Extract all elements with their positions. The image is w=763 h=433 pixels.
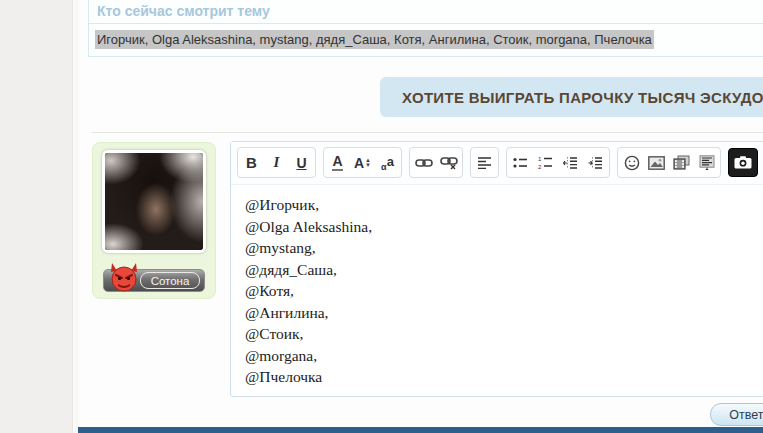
member-group-label: Сотона — [140, 272, 200, 289]
editor-line: @Котя, — [245, 280, 760, 302]
camera-button[interactable] — [728, 148, 758, 177]
toolbar-group-font: A A▲▼ αa — [323, 147, 402, 178]
reply-button[interactable]: Ответить — [710, 403, 763, 426]
emoticon-button[interactable] — [619, 149, 644, 176]
underline-button[interactable]: U — [289, 149, 314, 176]
editor-line: @Ангилина, — [245, 302, 760, 324]
media-icon — [673, 155, 690, 170]
bullet-list-icon — [513, 157, 528, 169]
avatar[interactable] — [102, 150, 206, 253]
editor-line: @Пчелочка — [245, 366, 760, 388]
page-left-gutter — [0, 0, 73, 433]
svg-text:1: 1 — [538, 156, 542, 162]
who-viewing-users-selected-text[interactable]: Игорчик, Olga Aleksashina, mystang, дядя… — [95, 30, 654, 49]
font-color-button[interactable]: A — [325, 149, 350, 176]
editor-line: @Стоик, — [245, 323, 760, 345]
editor-line: @mystang, — [245, 237, 760, 259]
who-viewing-users: Игорчик, Olga Aleksashina, mystang, дядя… — [89, 24, 763, 56]
image-button[interactable] — [644, 149, 669, 176]
member-group-badge: Сотона — [103, 269, 205, 292]
bold-button[interactable]: B — [239, 149, 264, 176]
emoticon-icon — [624, 155, 640, 171]
toolbar-group-lists: 1 2 — [506, 147, 610, 178]
promo-banner-text: ХОТИТЕ ВЫИГРАТЬ ПАРОЧКУ ТЫСЯЧ ЭСКУДО? — [402, 89, 763, 106]
outdent-icon — [563, 157, 578, 169]
reply-editor: B I U A A▲▼ αa — [230, 141, 763, 397]
image-icon — [648, 156, 665, 170]
editor-line: @Игорчик, — [245, 194, 760, 216]
numbered-list-icon: 1 2 — [538, 156, 553, 169]
size-arrows-icon: ▲▼ — [365, 158, 371, 168]
special-bbcode-button[interactable] — [694, 149, 719, 176]
special-bbcode-icon — [699, 155, 715, 170]
bullet-list-button[interactable] — [508, 149, 533, 176]
editor-toolbar: B I U A A▲▼ αa — [231, 142, 763, 185]
toolbar-group-basic: B I U — [237, 147, 316, 178]
page: Кто сейчас смотрит тему Игорчик, Olga Al… — [0, 0, 763, 433]
link-icon — [415, 157, 433, 169]
outdent-button[interactable] — [558, 149, 583, 176]
align-left-button[interactable] — [472, 149, 497, 176]
font-family-button[interactable]: αa — [375, 149, 400, 176]
promo-banner[interactable]: ХОТИТЕ ВЫИГРАТЬ ПАРОЧКУ ТЫСЯЧ ЭСКУДО? — [380, 77, 763, 117]
devil-icon — [108, 262, 140, 293]
user-avatar-panel: Сотона — [92, 142, 216, 299]
align-left-icon — [478, 157, 492, 169]
page-left-gutter-edge — [74, 0, 79, 433]
toolbar-group-align — [470, 147, 499, 178]
unlink-button[interactable] — [436, 149, 461, 176]
svg-text:2: 2 — [538, 164, 542, 170]
toolbar-group-link — [409, 147, 463, 178]
footer-bar — [78, 427, 763, 433]
unlink-icon — [440, 156, 458, 170]
media-button[interactable] — [669, 149, 694, 176]
who-viewing-title: Кто сейчас смотрит тему — [89, 0, 763, 24]
section-divider — [92, 132, 763, 133]
indent-icon — [588, 157, 603, 169]
camera-icon — [734, 156, 752, 169]
numbered-list-button[interactable]: 1 2 — [533, 149, 558, 176]
avatar-photo-image — [105, 153, 203, 250]
indent-button[interactable] — [583, 149, 608, 176]
who-viewing-section: Кто сейчас смотрит тему Игорчик, Olga Al… — [88, 0, 763, 57]
editor-line: @Olga Aleksashina, — [245, 216, 760, 238]
editor-line: @morgana, — [245, 345, 760, 367]
editor-content[interactable]: @Игорчик,@Olga Aleksashina,@mystang,@дяд… — [231, 185, 763, 397]
link-button[interactable] — [411, 149, 436, 176]
reply-button-label: Ответить — [729, 408, 763, 422]
toolbar-group-media — [617, 147, 721, 178]
italic-button[interactable]: I — [264, 149, 289, 176]
font-size-button[interactable]: A▲▼ — [350, 149, 375, 176]
editor-line: @дядя_Саша, — [245, 259, 760, 281]
